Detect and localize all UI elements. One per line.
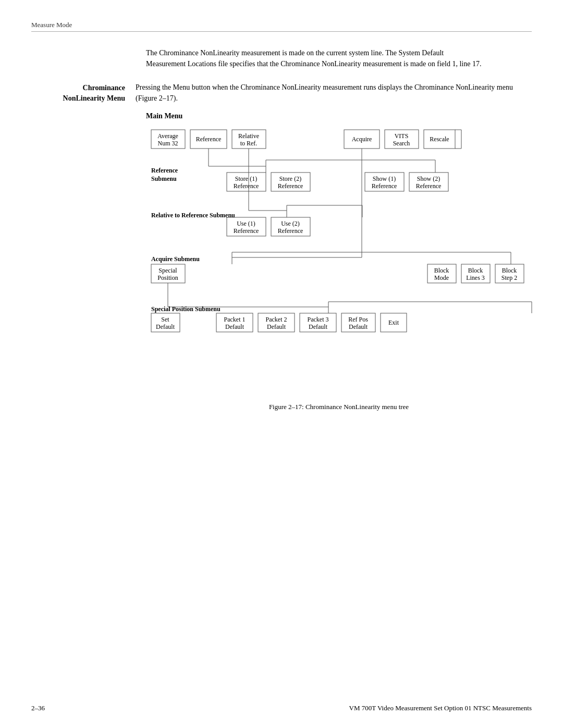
reference-submenu-label-line1: Reference [151, 167, 178, 174]
btn-special-line2: Position [157, 274, 178, 281]
btn-show1-line1: Show (1) [373, 175, 396, 182]
btn-refpos-line2: Default [349, 323, 368, 330]
btn-show2-line2: Reference [416, 182, 442, 190]
btn-use2-line2: Reference [278, 227, 303, 235]
btn-use1-line2: Reference [234, 227, 259, 235]
btn-show2-line1: Show (2) [417, 175, 440, 182]
btn-store1-line1: Store (1) [235, 175, 257, 182]
btn-exit: Exit [388, 319, 399, 326]
page-footer: 2–36 VM 700T Video Measurement Set Optio… [31, 704, 532, 712]
btn-relative-line2: to Ref. [240, 140, 258, 147]
page-container: Measure Mode The Chrominance NonLinearit… [0, 0, 563, 728]
chrominance-section: Chrominance NonLinearity Menu Pressing t… [31, 82, 532, 104]
btn-block-step-line1: Block [502, 267, 517, 274]
btn-block-mode-line2: Mode [434, 274, 449, 281]
relative-submenu-label: Relative to Reference Submenu [151, 212, 235, 219]
btn-average-line1: Average [157, 132, 178, 140]
btn-store2-line1: Store (2) [279, 175, 301, 182]
btn-store1-line2: Reference [234, 182, 259, 190]
section-label: Chrominance NonLinearity Menu [31, 82, 136, 104]
btn-packet2-line2: Default [267, 323, 286, 330]
btn-use1-line1: Use (1) [237, 220, 255, 227]
btn-packet3-line1: Packet 3 [308, 316, 329, 323]
btn-acquire: Acquire [352, 135, 372, 143]
btn-vits-line1: VITS [395, 132, 409, 140]
btn-vits-line2: Search [393, 140, 410, 147]
figure-caption: Figure 2–17: Chrominance NonLinearity me… [146, 403, 532, 411]
header-title: Measure Mode [31, 21, 72, 29]
btn-set-default-line2: Default [156, 323, 175, 330]
btn-packet1-line1: Packet 1 [224, 316, 246, 323]
btn-use2-line1: Use (2) [281, 220, 300, 227]
footer-page-number: 2–36 [31, 704, 45, 712]
diagram-area: Main Menu Average Num 32 Reference Relat… [146, 112, 532, 411]
btn-show1-line2: Reference [372, 182, 397, 190]
btn-packet2-line1: Packet 2 [266, 316, 287, 323]
btn-packet1-line2: Default [225, 323, 244, 330]
btn-average-line2: Num 32 [158, 140, 178, 147]
btn-reference: Reference [196, 135, 222, 143]
btn-set-default-line1: Set [161, 316, 169, 323]
menu-tree-diagram: Average Num 32 Reference Relative to Ref… [146, 125, 553, 396]
btn-block-step-line2: Step 2 [501, 274, 517, 281]
btn-special-line1: Special [158, 267, 177, 274]
btn-packet3-line2: Default [309, 323, 328, 330]
btn-relative-line1: Relative [238, 132, 259, 140]
btn-rescale: Rescale [430, 135, 449, 143]
special-submenu-label: Special Position Submenu [151, 305, 221, 313]
reference-submenu-label-line2: Submenu [151, 175, 177, 182]
btn-block-mode-line1: Block [434, 267, 449, 274]
main-menu-title: Main Menu [146, 112, 532, 120]
btn-store2-line2: Reference [278, 182, 303, 190]
section-text: Pressing the Menu button when the Chromi… [136, 82, 532, 104]
btn-block-lines-line1: Block [468, 267, 483, 274]
btn-refpos-line1: Ref Pos [348, 316, 368, 323]
btn-block-lines-line2: Lines 3 [466, 274, 485, 281]
intro-paragraph: The Chrominance NonLinearity measurement… [146, 47, 485, 69]
acquire-submenu-label: Acquire Submenu [151, 255, 200, 263]
page-header: Measure Mode [31, 21, 532, 32]
footer-document-title: VM 700T Video Measurement Set Option 01 … [349, 704, 532, 712]
